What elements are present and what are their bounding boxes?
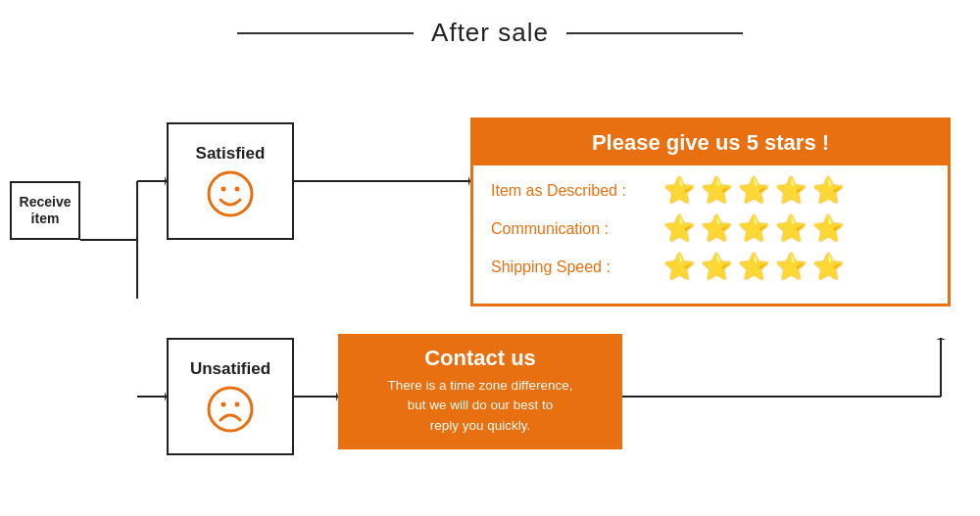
svg-point-17 [221,402,226,407]
stars-row-label-item: Item as Described : [491,182,658,200]
contact-title: Contact us [424,346,536,371]
stars-row-shipping: Shipping Speed : ⭐ ⭐ ⭐ ⭐ ⭐ [491,252,930,282]
unsatisfied-box: Unsatified [167,338,294,455]
star-c4: ⭐ [775,213,807,244]
stars-row-item-described: Item as Described : ⭐ ⭐ ⭐ ⭐ ⭐ [491,175,930,206]
stars-header: Please give us 5 stars ! [473,120,948,165]
svg-point-13 [209,172,252,215]
page-title: After sale [431,18,549,48]
star-c2: ⭐ [701,213,732,244]
star-c5: ⭐ [812,213,844,244]
receive-item-label: Receiveitem [20,194,72,227]
stars-row-label-shipping: Shipping Speed : [491,258,658,276]
stars-row-label-communication: Communication : [491,220,658,238]
stars-body: Item as Described : ⭐ ⭐ ⭐ ⭐ ⭐ Communicat… [473,165,948,304]
page: After sale [0,0,980,516]
contact-box: Contact us There is a time zone differen… [338,334,622,449]
star-c1: ⭐ [663,213,695,244]
svg-marker-12 [936,338,946,340]
star-c3: ⭐ [738,213,769,244]
star-s4: ⭐ [775,252,807,282]
satisfied-label: Satisfied [196,144,266,164]
svg-point-14 [221,187,226,192]
contact-text: There is a time zone difference,but we w… [388,376,573,436]
satisfied-box: Satisfied [167,122,294,240]
diagram: Receiveitem Satisfied Unsatified [0,64,980,516]
svg-point-18 [235,402,240,407]
star-1: ⭐ [663,175,695,206]
star-3: ⭐ [738,175,769,206]
star-s1: ⭐ [663,252,695,282]
star-5: ⭐ [812,175,844,206]
receive-item-box: Receiveitem [10,181,80,240]
star-s2: ⭐ [701,252,732,282]
star-s5: ⭐ [812,252,844,282]
header: After sale [0,0,980,48]
header-line-left [237,32,414,34]
unsatisfied-label: Unsatified [190,359,270,379]
stars-row-communication: Communication : ⭐ ⭐ ⭐ ⭐ ⭐ [491,213,930,244]
star-2: ⭐ [701,175,732,206]
header-line-right [566,32,743,34]
star-4: ⭐ [775,175,807,206]
stars-box: Please give us 5 stars ! Item as Describ… [470,117,951,306]
happy-face-icon [206,169,255,218]
star-s3: ⭐ [738,252,769,282]
svg-point-16 [209,388,252,431]
sad-face-icon [206,385,255,434]
svg-point-15 [235,187,240,192]
